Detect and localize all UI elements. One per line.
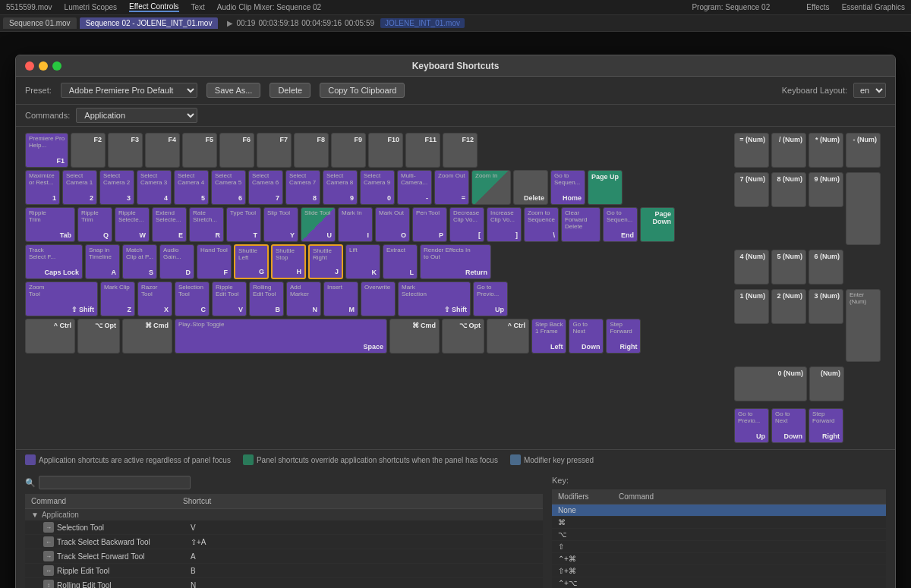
key-num-dot[interactable]: (Num): [809, 366, 844, 401]
key-opt-right[interactable]: ⌥ Opt: [442, 319, 484, 354]
key-b[interactable]: RollingEdit Tool B: [249, 281, 284, 316]
mod-row[interactable]: ⌃+⌘: [552, 553, 886, 565]
key-k[interactable]: Lift K: [345, 244, 380, 279]
key-h-shuttle-stop[interactable]: ShuttleStop H: [271, 244, 306, 279]
key-s[interactable]: MatchClip at P... S: [122, 244, 157, 279]
tab-audio-mixer[interactable]: Audio Clip Mixer: Sequence 02: [217, 3, 321, 11]
key-num-plus[interactable]: [846, 172, 881, 245]
key-comma[interactable]: Overwrite: [361, 281, 396, 316]
preset-select[interactable]: Adobe Premiere Pro Default: [61, 83, 197, 98]
key-num7[interactable]: 7 (Num): [734, 172, 769, 207]
key-num-slash[interactable]: / (Num): [771, 133, 806, 168]
key-r[interactable]: RateStretch... R: [189, 207, 224, 242]
effects-tab[interactable]: Effects: [806, 3, 829, 11]
table-row[interactable]: ← Track Select Backward Tool ⇧+A: [25, 535, 543, 549]
key-ctrl-left[interactable]: ^ Ctrl: [25, 319, 75, 354]
key-num4[interactable]: 4 (Num): [734, 250, 769, 285]
key-equals[interactable]: Zoom Out =: [434, 170, 469, 205]
key-go-seq-end[interactable]: Go toSequen... End: [603, 207, 638, 242]
key-t[interactable]: Type Tool T: [226, 207, 261, 242]
key-5[interactable]: SelectCamera 4 5: [174, 170, 209, 205]
key-q[interactable]: RippleTrim Q: [77, 207, 112, 242]
key-d[interactable]: AudioGain... D: [159, 244, 194, 279]
keyboard-layout-select[interactable]: en: [853, 83, 886, 98]
table-row[interactable]: ↔ Ripple Edit Tool B: [25, 564, 543, 578]
key-6[interactable]: SelectCamera 5 6: [211, 170, 246, 205]
key-down[interactable]: Go toNext Down: [569, 319, 604, 354]
table-row[interactable]: ↕ Rolling Edit Tool N: [25, 578, 543, 588]
table-row[interactable]: → Track Select Forward Tool A: [25, 549, 543, 564]
key-m[interactable]: Insert M: [323, 281, 358, 316]
seq-tab-01[interactable]: Sequence 01.mov: [3, 17, 77, 29]
key-num0[interactable]: 0 (Num): [734, 366, 807, 401]
key-right[interactable]: StepForward Right: [606, 319, 641, 354]
key-num2[interactable]: 2 (Num): [771, 289, 806, 324]
key-fwddel[interactable]: ClearForwardDelete: [561, 207, 601, 242]
key-shift-left[interactable]: ZoomTool ⇧ Shift: [25, 281, 98, 316]
table-group-application[interactable]: ▼ Application: [25, 509, 543, 520]
jolene-tab[interactable]: JOLENE_INT_01.mov: [380, 18, 465, 28]
key-j-shuttle-right[interactable]: ShuttleRight J: [308, 244, 343, 279]
mod-row[interactable]: None: [552, 505, 886, 517]
key-f2[interactable]: F2: [71, 133, 106, 168]
maximize-button[interactable]: [52, 61, 61, 71]
key-opt-left[interactable]: ⌥ Opt: [77, 319, 120, 354]
key-go-next-down[interactable]: Go toNext Down: [771, 408, 806, 443]
mod-row[interactable]: ⌥: [552, 529, 886, 541]
mod-row[interactable]: ⌃+⌥: [552, 577, 886, 588]
key-page-up[interactable]: Page Up: [588, 170, 623, 205]
key-space[interactable]: Play-Stop Toggle Space: [175, 319, 387, 354]
key-num9[interactable]: 9 (Num): [809, 172, 843, 207]
mod-row[interactable]: ⌘: [552, 517, 886, 529]
key-rbracket[interactable]: IncreaseClip Vo... ]: [487, 207, 522, 242]
key-num-minus[interactable]: - (Num): [846, 133, 881, 168]
key-f1[interactable]: Premiere ProHelp... F1: [25, 133, 68, 168]
key-4[interactable]: SelectCamera 3 4: [137, 170, 172, 205]
mod-row[interactable]: ⇧: [552, 541, 886, 553]
key-minus[interactable]: Multi-Camera... -: [397, 170, 432, 205]
key-backslash[interactable]: Zoom toSequence \: [524, 207, 559, 242]
key-go-prev-up[interactable]: Go toPrevio... Up: [734, 408, 769, 443]
key-num3[interactable]: 3 (Num): [809, 289, 843, 324]
key-g-shuttle-left[interactable]: ShuttleLeft G: [234, 244, 269, 279]
key-3[interactable]: SelectCamera 2 3: [99, 170, 134, 205]
key-x[interactable]: RazorTool X: [137, 281, 172, 316]
tab-effect-controls[interactable]: Effect Controls: [129, 2, 178, 12]
key-f4[interactable]: F4: [145, 133, 180, 168]
tab-program[interactable]: Program: Sequence 02: [692, 3, 770, 11]
key-step-fwd-right[interactable]: StepForward Right: [809, 408, 843, 443]
tab-source-file[interactable]: 5515599.mov: [6, 3, 52, 11]
key-num8[interactable]: 8 (Num): [771, 172, 806, 207]
key-shift-right[interactable]: MarkSelection ⇧ Shift: [398, 281, 471, 316]
key-p[interactable]: Pen Tool P: [412, 207, 447, 242]
key-num-enter[interactable]: Enter(Num): [846, 289, 881, 362]
key-n[interactable]: AddMarker N: [286, 281, 321, 316]
key-lbracket[interactable]: DecreaseClip Vo... [: [449, 207, 484, 242]
key-c[interactable]: SelectionTool C: [175, 281, 210, 316]
search-input[interactable]: [39, 476, 191, 489]
essential-graphics-tab[interactable]: Essential Graphics: [842, 3, 905, 11]
key-f5[interactable]: F5: [182, 133, 217, 168]
key-num-star[interactable]: * (Num): [809, 133, 843, 168]
key-9[interactable]: SelectCamera 8 9: [323, 170, 358, 205]
key-a[interactable]: Snap inTimeline A: [85, 244, 120, 279]
key-e[interactable]: ExtendSelecte... E: [152, 207, 187, 242]
key-return[interactable]: Render Effects Into Out Return: [420, 244, 491, 279]
minimize-button[interactable]: [39, 61, 48, 71]
key-cmd-right[interactable]: ⌘ Cmd: [389, 319, 440, 354]
key-cmd-left[interactable]: ⌘ Cmd: [122, 319, 172, 354]
key-num5[interactable]: 5 (Num): [771, 250, 806, 285]
key-left[interactable]: Step Back1 Frame Left: [531, 319, 566, 354]
close-button[interactable]: [25, 61, 34, 71]
key-7[interactable]: SelectCamera 6 7: [248, 170, 283, 205]
key-f6[interactable]: F6: [219, 133, 254, 168]
key-ctrl-right[interactable]: ^ Ctrl: [487, 319, 529, 354]
copy-to-clipboard-button[interactable]: Copy To Clipboard: [320, 83, 405, 98]
key-delete[interactable]: Delete: [513, 170, 548, 205]
key-num-eq[interactable]: = (Num): [734, 133, 769, 168]
key-f8[interactable]: F8: [294, 133, 329, 168]
key-page-down[interactable]: PageDown: [640, 207, 675, 242]
key-1[interactable]: Maximizeor Rest... 1: [25, 170, 60, 205]
key-go-seq-home[interactable]: Go toSequen... Home: [550, 170, 585, 205]
mod-row[interactable]: ⇧+⌘: [552, 565, 886, 577]
